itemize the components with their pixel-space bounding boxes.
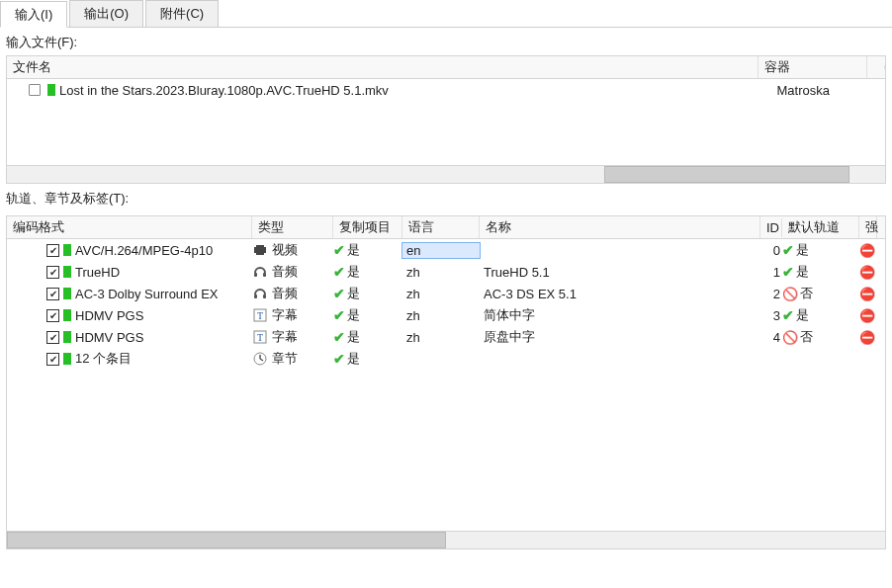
type-text: 视频	[272, 241, 298, 259]
type-text: 音频	[272, 285, 298, 302]
files-body[interactable]: Lost in the Stars.2023.Bluray.1080p.AVC.…	[6, 79, 886, 166]
forced-cell: ⛔	[859, 330, 877, 345]
files-header: 文件名 容器	[6, 55, 886, 79]
svg-rect-6	[263, 273, 266, 277]
track-id: 3	[760, 308, 782, 323]
check-icon: ✔	[333, 286, 345, 301]
status-icon	[47, 84, 55, 96]
input-files-label: 输入文件(F):	[0, 28, 892, 55]
svg-rect-2	[264, 245, 266, 247]
status-icon	[63, 244, 71, 256]
track-id: 2	[760, 287, 782, 301]
col-forced[interactable]: 强	[859, 216, 877, 238]
tab-output[interactable]: 输出(O)	[69, 0, 143, 27]
forbid-icon: ⛔	[859, 265, 875, 280]
col-extra[interactable]	[867, 65, 885, 69]
track-checkbox[interactable]: ✔	[46, 288, 59, 300]
track-checkbox[interactable]: ✔	[46, 331, 59, 344]
track-row[interactable]: ✔AC-3 Dolby Surround EX音频✔是zhAC-3 DS EX …	[7, 283, 885, 304]
track-row[interactable]: ✔HDMV PGST字幕✔是zh原盘中字4🚫否⛔	[7, 326, 885, 348]
track-name: 原盘中字	[480, 328, 760, 346]
forced-cell: ⛔	[859, 265, 877, 280]
forbid-icon: ⛔	[859, 243, 875, 258]
lang-cell[interactable]: en	[402, 243, 480, 258]
lang-cell[interactable]: zh	[402, 330, 480, 345]
forbid-icon: ⛔	[859, 287, 875, 301]
col-codec[interactable]: 编码格式	[7, 216, 252, 238]
col-id[interactable]: ID	[760, 218, 782, 237]
default-cell: 🚫否	[782, 285, 859, 302]
forbid-icon: 🚫	[782, 287, 798, 301]
track-checkbox[interactable]: ✔	[46, 309, 59, 322]
file-icon	[29, 84, 41, 96]
svg-text:T: T	[257, 332, 263, 343]
col-lang[interactable]: 语言	[402, 216, 480, 238]
tracks-body[interactable]: ✔AVC/H.264/MPEG-4p10视频✔是en0✔是⛔✔TrueHD音频✔…	[6, 239, 886, 532]
codec-text: 12 个条目	[75, 350, 132, 368]
check-icon: ✔	[333, 351, 345, 367]
track-checkbox[interactable]: ✔	[46, 244, 59, 257]
lang-cell[interactable]: zh	[402, 265, 480, 280]
default-cell: ✔是	[782, 241, 859, 259]
audio-icon	[252, 265, 268, 279]
track-row[interactable]: ✔TrueHD音频✔是zhTrueHD 5.11✔是⛔	[7, 261, 885, 283]
tracks-scrollbar[interactable]	[6, 532, 886, 549]
col-type[interactable]: 类型	[252, 216, 333, 238]
default-cell: ✔是	[782, 263, 859, 281]
default-cell: 🚫否	[782, 328, 859, 346]
default-cell: ✔是	[782, 306, 859, 324]
lang-cell[interactable]: zh	[402, 308, 480, 323]
track-id: 4	[760, 330, 782, 345]
status-icon	[63, 331, 71, 343]
tracks-panel: 编码格式 类型 复制项目 语言 名称 ID 默认轨道 强 ✔AVC/H.264/…	[6, 215, 886, 549]
forced-cell: ⛔	[859, 243, 877, 258]
tab-attachment[interactable]: 附件(C)	[145, 0, 219, 27]
forbid-icon: ⛔	[859, 330, 875, 345]
copy-text: 是	[347, 328, 360, 346]
video-icon	[252, 243, 268, 257]
check-icon: ✔	[782, 264, 794, 280]
file-row[interactable]: Lost in the Stars.2023.Bluray.1080p.AVC.…	[7, 79, 885, 101]
files-panel: 文件名 容器 Lost in the Stars.2023.Bluray.108…	[6, 55, 886, 184]
files-scrollbar[interactable]	[6, 166, 886, 184]
col-default[interactable]: 默认轨道	[782, 216, 859, 238]
check-icon: ✔	[333, 264, 345, 280]
type-text: 章节	[272, 350, 298, 368]
check-icon: ✔	[333, 329, 345, 345]
track-row[interactable]: ✔12 个条目章节✔是	[7, 348, 885, 370]
track-row[interactable]: ✔HDMV PGST字幕✔是zh简体中字3✔是⛔	[7, 304, 885, 326]
lang-cell[interactable]: zh	[402, 287, 480, 301]
copy-text: 是	[347, 350, 360, 368]
forbid-icon: ⛔	[859, 308, 875, 323]
col-copy[interactable]: 复制项目	[333, 216, 402, 238]
svg-rect-7	[254, 294, 257, 298]
tracks-header: 编码格式 类型 复制项目 语言 名称 ID 默认轨道 强	[6, 215, 886, 239]
svg-rect-3	[254, 253, 256, 255]
col-container[interactable]: 容器	[758, 56, 867, 78]
codec-text: HDMV PGS	[75, 308, 143, 323]
tracks-label: 轨道、章节及标签(T):	[0, 184, 892, 211]
type-text: 字幕	[272, 328, 298, 346]
copy-text: 是	[347, 263, 360, 281]
forbid-icon: 🚫	[782, 330, 798, 345]
status-icon	[63, 353, 71, 365]
col-filename[interactable]: 文件名	[7, 56, 758, 78]
codec-text: AVC/H.264/MPEG-4p10	[75, 243, 213, 258]
forced-cell: ⛔	[859, 287, 877, 301]
audio-icon	[252, 287, 268, 300]
track-name: 简体中字	[480, 306, 760, 324]
check-icon: ✔	[782, 242, 794, 258]
svg-text:T: T	[257, 310, 263, 321]
track-id: 0	[760, 243, 782, 258]
status-icon	[63, 309, 71, 321]
track-row[interactable]: ✔AVC/H.264/MPEG-4p10视频✔是en0✔是⛔	[7, 239, 885, 261]
tab-input[interactable]: 输入(I)	[0, 1, 67, 28]
svg-rect-4	[264, 253, 266, 255]
col-name[interactable]: 名称	[480, 216, 760, 238]
track-checkbox[interactable]: ✔	[46, 266, 59, 279]
codec-text: HDMV PGS	[75, 330, 143, 345]
track-name: AC-3 DS EX 5.1	[480, 287, 760, 301]
svg-rect-1	[254, 245, 256, 247]
track-checkbox[interactable]: ✔	[46, 353, 59, 366]
tabs: 输入(I) 输出(O) 附件(C)	[0, 0, 892, 28]
